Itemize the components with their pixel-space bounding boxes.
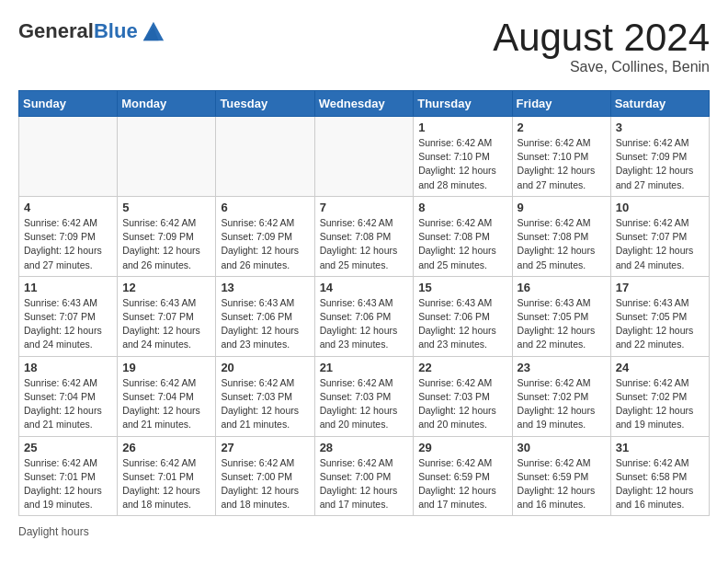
title-block: August 2024 Save, Collines, Benin (493, 18, 710, 75)
day-cell: 6Sunrise: 6:42 AM Sunset: 7:09 PM Daylig… (216, 196, 314, 276)
day-cell (19, 117, 118, 197)
day-info: Sunrise: 6:42 AM Sunset: 7:04 PM Dayligh… (122, 376, 210, 432)
logo-icon (140, 18, 165, 44)
day-info: Sunrise: 6:43 AM Sunset: 7:06 PM Dayligh… (320, 296, 409, 352)
day-number: 11 (24, 281, 112, 294)
week-row-5: 25Sunrise: 6:42 AM Sunset: 7:01 PM Dayli… (19, 436, 710, 516)
footer: Daylight hours (18, 525, 710, 538)
day-number: 26 (122, 441, 210, 454)
day-cell: 13Sunrise: 6:43 AM Sunset: 7:06 PM Dayli… (216, 276, 314, 356)
day-cell: 11Sunrise: 6:43 AM Sunset: 7:07 PM Dayli… (19, 276, 118, 356)
day-cell: 7Sunrise: 6:42 AM Sunset: 7:08 PM Daylig… (314, 196, 414, 276)
day-info: Sunrise: 6:43 AM Sunset: 7:05 PM Dayligh… (616, 296, 704, 352)
logo: GeneralBlue (18, 18, 165, 44)
day-cell: 17Sunrise: 6:43 AM Sunset: 7:05 PM Dayli… (610, 276, 709, 356)
day-info: Sunrise: 6:42 AM Sunset: 7:10 PM Dayligh… (418, 136, 506, 192)
day-cell: 10Sunrise: 6:42 AM Sunset: 7:07 PM Dayli… (610, 196, 709, 276)
day-cell: 19Sunrise: 6:42 AM Sunset: 7:04 PM Dayli… (118, 356, 216, 436)
day-number: 8 (418, 201, 506, 214)
day-info: Sunrise: 6:42 AM Sunset: 7:00 PM Dayligh… (221, 456, 309, 512)
day-info: Sunrise: 6:42 AM Sunset: 7:08 PM Dayligh… (320, 216, 409, 272)
day-number: 28 (320, 441, 409, 454)
weekday-header-wednesday: Wednesday (314, 91, 414, 117)
day-number: 24 (616, 361, 704, 374)
day-info: Sunrise: 6:42 AM Sunset: 7:09 PM Dayligh… (122, 216, 210, 272)
day-number: 31 (616, 441, 704, 454)
day-cell: 29Sunrise: 6:42 AM Sunset: 6:59 PM Dayli… (414, 436, 512, 516)
day-number: 23 (518, 361, 606, 374)
day-number: 14 (320, 281, 409, 294)
day-cell: 20Sunrise: 6:42 AM Sunset: 7:03 PM Dayli… (216, 356, 314, 436)
weekday-header-sunday: Sunday (19, 91, 118, 117)
day-info: Sunrise: 6:42 AM Sunset: 6:58 PM Dayligh… (616, 456, 704, 512)
day-number: 7 (320, 201, 409, 214)
day-info: Sunrise: 6:42 AM Sunset: 7:02 PM Dayligh… (616, 376, 704, 432)
weekday-header-friday: Friday (512, 91, 610, 117)
day-cell: 28Sunrise: 6:42 AM Sunset: 7:00 PM Dayli… (314, 436, 414, 516)
day-info: Sunrise: 6:42 AM Sunset: 7:10 PM Dayligh… (518, 136, 606, 192)
page-header: GeneralBlue August 2024 Save, Collines, … (18, 18, 710, 75)
weekday-header-tuesday: Tuesday (216, 91, 314, 117)
day-number: 17 (616, 281, 704, 294)
day-cell: 30Sunrise: 6:42 AM Sunset: 6:59 PM Dayli… (512, 436, 610, 516)
day-cell: 22Sunrise: 6:42 AM Sunset: 7:03 PM Dayli… (414, 356, 512, 436)
day-number: 21 (320, 361, 409, 374)
daylight-label: Daylight hours (18, 525, 89, 538)
day-info: Sunrise: 6:42 AM Sunset: 7:01 PM Dayligh… (122, 456, 210, 512)
day-info: Sunrise: 6:42 AM Sunset: 7:08 PM Dayligh… (518, 216, 606, 272)
day-number: 6 (221, 201, 309, 214)
day-cell: 26Sunrise: 6:42 AM Sunset: 7:01 PM Dayli… (118, 436, 216, 516)
day-cell: 8Sunrise: 6:42 AM Sunset: 7:08 PM Daylig… (414, 196, 512, 276)
logo-blue-text: Blue (94, 19, 138, 42)
day-number: 27 (221, 441, 309, 454)
day-number: 9 (518, 201, 606, 214)
day-number: 5 (122, 201, 210, 214)
day-number: 4 (24, 201, 112, 214)
day-cell: 16Sunrise: 6:43 AM Sunset: 7:05 PM Dayli… (512, 276, 610, 356)
day-info: Sunrise: 6:42 AM Sunset: 7:03 PM Dayligh… (320, 376, 409, 432)
day-info: Sunrise: 6:43 AM Sunset: 7:06 PM Dayligh… (418, 296, 506, 352)
day-cell (118, 117, 216, 197)
week-row-4: 18Sunrise: 6:42 AM Sunset: 7:04 PM Dayli… (19, 356, 710, 436)
day-info: Sunrise: 6:42 AM Sunset: 6:59 PM Dayligh… (418, 456, 506, 512)
day-cell: 31Sunrise: 6:42 AM Sunset: 6:58 PM Dayli… (610, 436, 709, 516)
weekday-header-row: SundayMondayTuesdayWednesdayThursdayFrid… (19, 91, 710, 117)
day-cell: 15Sunrise: 6:43 AM Sunset: 7:06 PM Dayli… (414, 276, 512, 356)
day-number: 20 (221, 361, 309, 374)
day-info: Sunrise: 6:42 AM Sunset: 7:04 PM Dayligh… (24, 376, 112, 432)
day-cell: 1Sunrise: 6:42 AM Sunset: 7:10 PM Daylig… (414, 117, 512, 197)
day-number: 19 (122, 361, 210, 374)
day-info: Sunrise: 6:42 AM Sunset: 7:08 PM Dayligh… (418, 216, 506, 272)
day-info: Sunrise: 6:42 AM Sunset: 7:03 PM Dayligh… (418, 376, 506, 432)
day-info: Sunrise: 6:42 AM Sunset: 6:59 PM Dayligh… (518, 456, 606, 512)
day-number: 13 (221, 281, 309, 294)
calendar-table: SundayMondayTuesdayWednesdayThursdayFrid… (18, 90, 710, 516)
day-info: Sunrise: 6:43 AM Sunset: 7:07 PM Dayligh… (122, 296, 210, 352)
day-number: 22 (418, 361, 506, 374)
day-cell: 21Sunrise: 6:42 AM Sunset: 7:03 PM Dayli… (314, 356, 414, 436)
day-number: 12 (122, 281, 210, 294)
day-cell: 25Sunrise: 6:42 AM Sunset: 7:01 PM Dayli… (19, 436, 118, 516)
day-info: Sunrise: 6:42 AM Sunset: 7:09 PM Dayligh… (616, 136, 704, 192)
day-info: Sunrise: 6:43 AM Sunset: 7:05 PM Dayligh… (518, 296, 606, 352)
week-row-3: 11Sunrise: 6:43 AM Sunset: 7:07 PM Dayli… (19, 276, 710, 356)
day-info: Sunrise: 6:43 AM Sunset: 7:06 PM Dayligh… (221, 296, 309, 352)
weekday-header-monday: Monday (118, 91, 216, 117)
day-cell: 24Sunrise: 6:42 AM Sunset: 7:02 PM Dayli… (610, 356, 709, 436)
day-number: 1 (418, 121, 506, 134)
day-cell: 4Sunrise: 6:42 AM Sunset: 7:09 PM Daylig… (19, 196, 118, 276)
location-title: Save, Collines, Benin (493, 59, 710, 75)
day-number: 10 (616, 201, 704, 214)
day-cell: 9Sunrise: 6:42 AM Sunset: 7:08 PM Daylig… (512, 196, 610, 276)
day-cell: 2Sunrise: 6:42 AM Sunset: 7:10 PM Daylig… (512, 117, 610, 197)
day-number: 15 (418, 281, 506, 294)
day-cell: 3Sunrise: 6:42 AM Sunset: 7:09 PM Daylig… (610, 117, 709, 197)
week-row-1: 1Sunrise: 6:42 AM Sunset: 7:10 PM Daylig… (19, 117, 710, 197)
day-cell (216, 117, 314, 197)
day-cell: 5Sunrise: 6:42 AM Sunset: 7:09 PM Daylig… (118, 196, 216, 276)
day-cell: 27Sunrise: 6:42 AM Sunset: 7:00 PM Dayli… (216, 436, 314, 516)
day-info: Sunrise: 6:42 AM Sunset: 7:09 PM Dayligh… (221, 216, 309, 272)
day-number: 18 (24, 361, 112, 374)
day-number: 29 (418, 441, 506, 454)
day-cell: 18Sunrise: 6:42 AM Sunset: 7:04 PM Dayli… (19, 356, 118, 436)
